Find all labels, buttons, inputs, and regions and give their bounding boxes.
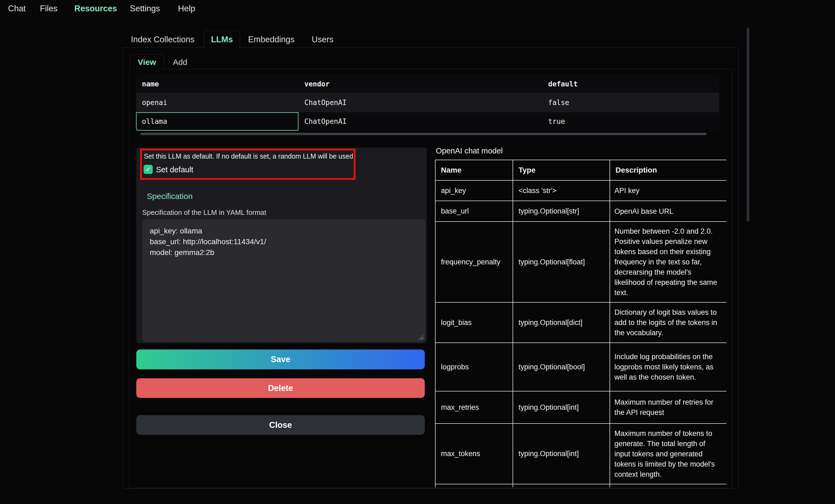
column-header-name[interactable]: name [136, 80, 299, 88]
cell-name[interactable]: ollama [136, 118, 299, 125]
schema-table: Name Type Description api_key <class 'st… [435, 160, 727, 487]
nav-item-files[interactable]: Files [40, 4, 57, 14]
schema-header-type: Type [513, 160, 610, 181]
param-name: max_tokens [435, 423, 513, 484]
param-name: api_key [435, 181, 513, 201]
cell-vendor: ChatOpenAI [299, 99, 542, 107]
cell-default: true [542, 118, 719, 125]
subtab-view-label: View [138, 58, 156, 67]
table-row: api_key <class 'str'> API key [435, 181, 727, 201]
param-name: logit_bias [435, 302, 513, 343]
tab-llms-label: LLMs [211, 35, 233, 44]
table-row-ollama[interactable]: ollama ChatOpenAI true [136, 112, 719, 131]
table-row: base_url typing.Optional[str] OpenAI bas… [435, 201, 727, 222]
set-default-checkbox[interactable]: ✓ [144, 165, 153, 174]
param-name: logprobs [435, 343, 513, 391]
column-header-default[interactable]: default [542, 80, 719, 88]
tab-users[interactable]: Users [312, 35, 333, 44]
cell-vendor: ChatOpenAI [299, 118, 542, 125]
save-button[interactable]: Save [136, 350, 425, 370]
param-type: typing.Optional[dict] [513, 302, 610, 343]
cell-default: false [542, 99, 719, 107]
schema-header-name: Name [435, 160, 513, 181]
tab-embeddings[interactable]: Embeddings [248, 35, 294, 44]
param-description: Dictionary of logit bias values to add t… [610, 302, 727, 343]
schema-panel-title: OpenAI chat model [436, 146, 503, 155]
schema-header-description: Description [610, 160, 727, 181]
table-row: max_tokens typing.Optional[int] Maximum … [435, 423, 727, 484]
table-row-partial [435, 484, 727, 487]
schema-header-row: Name Type Description [435, 160, 727, 181]
horizontal-scrollbar-thumb[interactable] [140, 133, 707, 135]
param-name: base_url [435, 201, 513, 222]
nav-item-chat[interactable]: Chat [8, 4, 26, 14]
specification-heading: Specification [147, 192, 192, 201]
specification-caption: Specification of the LLM in YAML format [142, 208, 266, 217]
param-type: typing.Optional[float] [513, 222, 610, 302]
table-row: logit_bias typing.Optional[dict] Diction… [435, 302, 727, 343]
param-name: max_retries [435, 391, 513, 423]
vertical-scrollbar-thumb[interactable] [747, 28, 749, 222]
check-icon: ✓ [145, 166, 151, 173]
subtab-view[interactable]: View [130, 55, 164, 70]
param-type: typing.Optional[int] [513, 423, 610, 484]
delete-button[interactable]: Delete [136, 378, 425, 398]
param-type: typing.Optional[str] [513, 201, 610, 222]
set-default-note: Set this LLM as default. If no default i… [144, 152, 351, 160]
column-header-vendor[interactable]: vendor [299, 80, 542, 88]
table-row-openai[interactable]: openai ChatOpenAI false [136, 93, 719, 112]
param-description: Include log probabilities on the logprob… [610, 343, 727, 391]
set-default-label[interactable]: Set default [156, 165, 194, 174]
table-row: max_retries typing.Optional[int] Maximum… [435, 391, 727, 423]
tab-index-collections[interactable]: Index Collections [131, 35, 195, 44]
app-window: Chat Files Resources Settings Help Index… [0, 0, 835, 504]
param-type: typing.Optional[int] [513, 391, 610, 423]
nav-item-help[interactable]: Help [178, 4, 195, 14]
table-row: logprobs typing.Optional[bool] Include l… [435, 343, 727, 391]
tab-llms[interactable]: LLMs [204, 31, 240, 48]
param-description: OpenAI base URL [610, 201, 727, 222]
nav-item-resources[interactable]: Resources [74, 4, 117, 14]
param-type: typing.Optional[bool] [513, 343, 610, 391]
subtab-add[interactable]: Add [173, 58, 187, 67]
param-name: frequency_penalty [435, 222, 513, 302]
yaml-spec-textarea[interactable]: api_key: ollama base_url: http://localho… [142, 219, 426, 342]
nav-item-settings[interactable]: Settings [130, 4, 160, 14]
llm-table-header: name vendor default [136, 75, 719, 93]
param-description: Maximum number of retries for the API re… [610, 391, 727, 423]
param-type: <class 'str'> [513, 181, 610, 201]
llm-table: name vendor default openai ChatOpenAI fa… [136, 75, 719, 131]
param-description: Number between -2.0 and 2.0. Positive va… [610, 222, 727, 302]
param-description: Maximum number of tokens to generate. Th… [610, 423, 727, 484]
schema-table-container: Name Type Description api_key <class 'st… [435, 160, 727, 487]
close-button[interactable]: Close [136, 415, 425, 435]
table-row: frequency_penalty typing.Optional[float]… [435, 222, 727, 302]
cell-name[interactable]: openai [136, 99, 299, 107]
param-description: API key [610, 181, 727, 201]
